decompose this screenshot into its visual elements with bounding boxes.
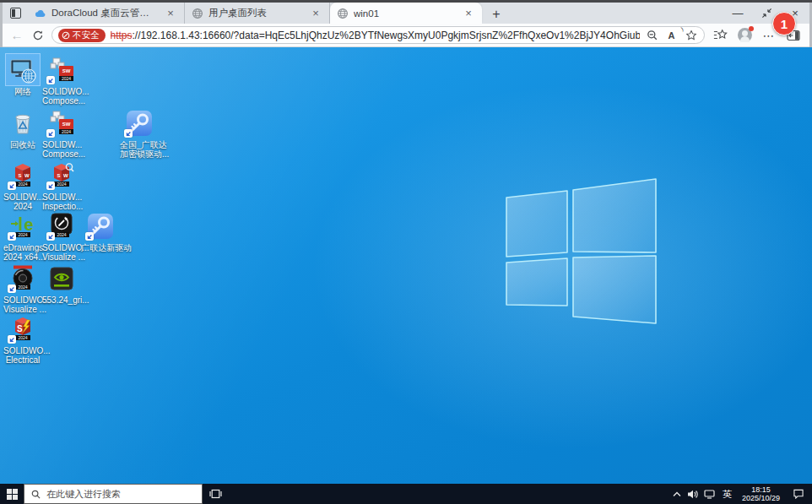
globe-favicon-icon <box>337 8 349 19</box>
svg-text:2024: 2024 <box>62 76 71 81</box>
svg-text:e: e <box>24 215 33 234</box>
start-button[interactable] <box>0 484 24 504</box>
speaker-icon <box>687 490 698 499</box>
desktop-icon-label: 网络 <box>3 87 42 96</box>
ime-indicator[interactable]: 英 <box>721 484 734 504</box>
desktop-icon-solidworks-2024[interactable]: SW 2024 SOLIDW...2024 <box>3 160 42 211</box>
desktop-icon-glodon-lock-driver[interactable]: 全国_广联达加密锁驱动... <box>120 107 159 159</box>
tab-close-icon[interactable]: × <box>164 7 177 20</box>
cloud-favicon-icon <box>35 8 46 19</box>
chevron-up-icon <box>673 491 681 497</box>
desktop-icon-label: 553.24_gri... <box>42 295 81 305</box>
svg-text:W: W <box>24 173 30 178</box>
zoom-out-button[interactable] <box>645 28 659 42</box>
system-tray: 英 18:15 2025/10/29 <box>673 484 812 504</box>
svg-text:SW: SW <box>62 68 71 73</box>
favorites-button[interactable] <box>711 26 729 45</box>
desktop-icon-label: SOLIDWO...Compose... <box>42 87 81 106</box>
svg-text:2024: 2024 <box>62 129 71 134</box>
desktop-icon-label: eDrawings2024 x64... <box>3 243 42 262</box>
network-icon <box>8 56 37 84</box>
security-badge-label: 不安全 <box>73 30 100 41</box>
shortcut-arrow-icon <box>8 182 16 190</box>
read-aloud-button[interactable]: A <box>664 28 679 42</box>
hidden-icons-button[interactable] <box>673 484 681 504</box>
shortcut-arrow-icon <box>8 285 16 293</box>
tab-win01[interactable]: win01 × <box>330 3 482 24</box>
taskbar-clock[interactable]: 18:15 2025/10/29 <box>739 485 782 502</box>
svg-text:2024: 2024 <box>57 232 66 237</box>
tab-desktop-list[interactable]: 用户桌面列表 × <box>185 3 330 24</box>
svg-text:S: S <box>19 173 22 178</box>
tab-doracloud[interactable]: DoraCloud 桌面云管理平台 × <box>28 3 185 24</box>
desktop-icon-label: SOLIDW...Compose... <box>42 140 81 159</box>
recycle-bin-icon <box>8 109 37 138</box>
shortcut-arrow-icon <box>124 129 133 138</box>
shortcut-arrow-icon <box>8 335 16 344</box>
desktop-icon-label: 广联达新驱动 <box>81 243 120 252</box>
taskbar-search-box[interactable]: 在此键入进行搜索 <box>24 484 203 504</box>
shortcut-arrow-icon <box>46 182 55 190</box>
desktop-icon-edrawings[interactable]: e 2024 eDrawings2024 x64... <box>3 210 42 262</box>
volume-button[interactable] <box>687 484 698 504</box>
desktop-icon-solidworks-inspection[interactable]: SW 2024 SOLIDW...Inspectio... <box>42 160 81 211</box>
search-icon <box>31 490 41 499</box>
compress-arrows-icon <box>761 8 772 19</box>
url-text[interactable]: https://192.168.1.43:16660/?data=HqEc5Lh… <box>111 30 641 41</box>
desktop-icon-label: SOLIDWO...Visualize ... <box>42 243 81 262</box>
nvidia-icon <box>47 264 76 293</box>
desktop-icon-label: 全国_广联达加密锁驱动... <box>120 140 159 159</box>
desktop-icon-solidworks-composer-1[interactable]: SW 2024 SOLIDWO...Compose... <box>42 54 81 106</box>
tab-title: DoraCloud 桌面云管理平台 <box>51 7 159 19</box>
desktop-icon-recycle-bin[interactable]: 回收站 <box>3 107 42 149</box>
desktop-icon-solidworks-electrical[interactable]: S 2024 SOLIDWO...Electrical <box>3 313 42 365</box>
desktop-icon-solidworks-visualize-box[interactable]: 2024 SOLIDWO...Visualize ... <box>42 210 81 262</box>
taskbar-spacer <box>228 484 673 504</box>
address-bar[interactable]: 不安全 https://192.168.1.43:16660/?data=HqE… <box>51 26 705 44</box>
action-center-icon <box>793 489 804 499</box>
desktop-icon-network[interactable]: 网络 <box>3 54 42 96</box>
svg-text:S: S <box>17 324 23 333</box>
shortcut-arrow-icon <box>85 232 94 241</box>
notification-count-badge[interactable]: 1 <box>772 12 796 35</box>
back-button[interactable]: ← <box>9 28 24 42</box>
new-tab-button[interactable]: + <box>485 5 507 24</box>
desktop-icon-glodon-new-driver[interactable]: 广联达新驱动 <box>81 210 120 252</box>
search-placeholder: 在此键入进行搜索 <box>46 488 121 501</box>
clock-time: 18:15 <box>742 485 780 494</box>
shortcut-arrow-icon <box>46 129 55 138</box>
tab-title: win01 <box>354 8 457 19</box>
svg-text:2024: 2024 <box>57 182 66 187</box>
tab-actions-menu-button[interactable] <box>3 3 28 24</box>
tab-close-icon[interactable]: × <box>309 7 322 20</box>
action-center-button[interactable] <box>788 484 809 504</box>
zoom-out-icon <box>647 30 658 41</box>
browser-chrome: DoraCloud 桌面云管理平台 × 用户桌面列表 × win01 × + —… <box>0 3 812 47</box>
profile-button[interactable] <box>735 26 754 45</box>
desktop-icon-solidworks-composer-2[interactable]: SW 2024 SOLIDW...Compose... <box>42 107 81 159</box>
windows-start-icon <box>7 489 18 500</box>
svg-text:2024: 2024 <box>18 232 27 237</box>
shortcut-arrow-icon <box>46 232 55 241</box>
refresh-button[interactable] <box>30 30 46 41</box>
minimize-button[interactable]: — <box>723 3 752 24</box>
task-view-button[interactable] <box>203 484 228 504</box>
globe-favicon-icon <box>192 8 203 19</box>
window-controls: — × <box>723 3 809 24</box>
shortcut-arrow-icon <box>46 76 55 84</box>
svg-text:SW: SW <box>62 122 71 127</box>
remote-windows-desktop[interactable]: 网络 SW 2024 SOLIDWO...Compose... <box>0 47 812 504</box>
desktop-icon-solidworks-visualize-sphere[interactable]: 2024 SOLIDWO...Visualize ... <box>3 263 42 314</box>
network-tray-button[interactable] <box>704 484 715 504</box>
remote-desktop-browser-window: DoraCloud 桌面云管理平台 × 用户桌面列表 × win01 × + —… <box>0 0 812 504</box>
tab-title: 用户桌面列表 <box>208 7 304 19</box>
desktop-icon-label: SOLIDW...Inspectio... <box>42 192 81 211</box>
desktop-icon-label: SOLIDWO...Electrical <box>3 346 42 365</box>
desktop-icon-nvidia-driver[interactable]: 553.24_gri... <box>42 263 81 305</box>
add-favorite-button[interactable] <box>684 28 698 42</box>
security-badge[interactable]: 不安全 <box>58 29 106 42</box>
refresh-icon <box>32 30 44 41</box>
windows-wallpaper-logo <box>496 172 665 375</box>
tab-close-icon[interactable]: × <box>462 7 475 20</box>
shortcut-arrow-icon <box>8 232 16 241</box>
